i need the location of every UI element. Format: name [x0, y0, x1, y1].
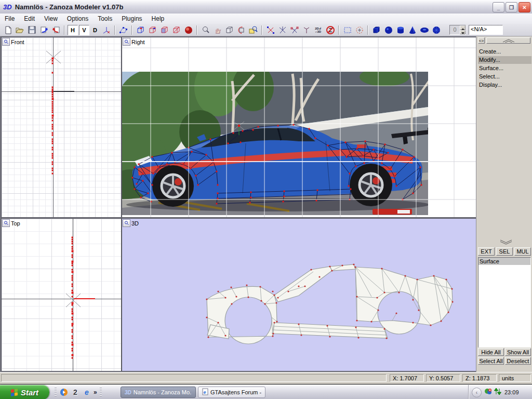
viewport-top-label: Top: [11, 220, 20, 227]
messenger-tray-icon[interactable]: [484, 388, 492, 397]
primitive-cone-icon[interactable]: [406, 24, 418, 35]
task-browser[interactable]: e GTAsajtens Forum ->...: [198, 387, 265, 398]
toggle-vertical[interactable]: V: [79, 25, 89, 35]
viewport-top[interactable]: Top: [1, 218, 122, 371]
toggle-depth[interactable]: D: [90, 25, 100, 35]
tool-mirror-icon[interactable]: [288, 24, 300, 35]
panel-collapse-button[interactable]: [486, 37, 530, 44]
viewport-maximize-icon[interactable]: [2, 38, 10, 46]
hide-tray-icons-button[interactable]: ‹: [472, 388, 482, 397]
spinner-down-button[interactable]: [460, 30, 466, 35]
zmodeler-task-icon: 3D: [125, 390, 131, 395]
zoom-icon[interactable]: [200, 24, 211, 35]
pan-hand-icon[interactable]: [211, 24, 223, 35]
tool-pivot-icon[interactable]: [300, 24, 312, 35]
edge-mode-icon[interactable]: [147, 24, 158, 35]
menu-edit[interactable]: Edit: [19, 14, 39, 23]
right-scene: [122, 37, 476, 217]
reference-photo: [122, 58, 433, 215]
hide-all-button[interactable]: Hide All: [478, 348, 504, 356]
redo-icon[interactable]: [38, 24, 50, 35]
select-circle-icon[interactable]: [353, 24, 365, 35]
menu-options[interactable]: Options: [62, 14, 93, 23]
toolbar: H V D 2D↲⌐3D Z 0 <N/A>: [0, 24, 532, 36]
list-item-surface[interactable]: Surface: [478, 258, 530, 265]
primitive-cylinder-icon[interactable]: [394, 24, 406, 35]
menu-plugins[interactable]: Plugins: [117, 14, 147, 23]
deselect-button[interactable]: Deselect: [505, 357, 531, 365]
start-button[interactable]: Start: [0, 385, 49, 399]
ext-button[interactable]: EXT: [478, 247, 495, 256]
show-all-button[interactable]: Show All: [505, 348, 531, 356]
object-mode-icon[interactable]: [170, 24, 182, 35]
menu-tools[interactable]: Tools: [93, 14, 117, 23]
command-surface[interactable]: Surface...: [478, 64, 531, 72]
chevron-down-icon: [499, 240, 513, 245]
material-sphere-icon[interactable]: [182, 24, 194, 35]
sel-button[interactable]: SEL: [496, 247, 513, 256]
undo-icon[interactable]: [50, 24, 62, 35]
save-icon[interactable]: [26, 24, 38, 35]
view-cube-icon[interactable]: [223, 24, 235, 35]
face-mode-icon[interactable]: [158, 24, 170, 35]
primitive-sphere-icon[interactable]: [382, 24, 394, 35]
command-panel: <> Create... Modify... Surface... Select…: [476, 36, 532, 372]
windows-logo-icon: [11, 389, 18, 396]
viewport-maximize-icon[interactable]: [2, 219, 10, 227]
viewport-right[interactable]: Right: [122, 37, 477, 218]
status-x: X: 1.7007: [390, 374, 424, 382]
browser-page-icon: e: [202, 388, 208, 396]
viewport-front[interactable]: Front: [1, 37, 122, 218]
no-zbuffer-icon[interactable]: Z: [324, 24, 336, 35]
select-all-button[interactable]: Select All: [478, 357, 504, 365]
internet-explorer-icon[interactable]: e: [82, 388, 91, 397]
axes-icon[interactable]: [100, 24, 112, 35]
command-display[interactable]: Display...: [478, 81, 531, 89]
drag-handle[interactable]: [55, 387, 57, 397]
open-file-icon[interactable]: [14, 24, 26, 35]
3d-mesh: [122, 219, 476, 371]
menu-file[interactable]: File: [0, 14, 19, 23]
status-message: [1, 374, 387, 382]
primitive-box-icon[interactable]: [370, 24, 382, 35]
viewport-maximize-icon[interactable]: [123, 219, 130, 227]
edit-vertices-icon[interactable]: [117, 24, 129, 35]
vertex-mode-icon[interactable]: [135, 24, 147, 35]
surface-list[interactable]: Surface: [478, 257, 531, 348]
close-button[interactable]: ✕: [518, 2, 530, 12]
primitive-geosphere-icon[interactable]: [430, 24, 442, 35]
primitive-torus-icon[interactable]: [418, 24, 430, 35]
spinner-up-button[interactable]: [460, 25, 466, 30]
level-spinner[interactable]: 0: [449, 25, 466, 35]
viewport-maximize-icon[interactable]: [123, 38, 130, 46]
menu-help[interactable]: Help: [147, 14, 169, 23]
command-select[interactable]: Select...: [478, 73, 531, 81]
panel-expander-button[interactable]: <>: [478, 37, 485, 44]
command-modify[interactable]: Modify...: [478, 56, 531, 64]
panel-expand-button[interactable]: [484, 239, 528, 245]
new-file-icon[interactable]: [2, 24, 14, 35]
toggle-horizontal[interactable]: H: [68, 25, 78, 35]
numbered-app-icon[interactable]: 2: [71, 388, 80, 397]
mul-button[interactable]: MUL: [514, 247, 531, 256]
media-player-icon[interactable]: [59, 388, 69, 397]
drag-handle[interactable]: [100, 387, 102, 397]
zoom-region-icon[interactable]: [247, 24, 259, 35]
tool-move-vertices-icon[interactable]: [264, 24, 276, 35]
convert-2d3d-icon[interactable]: 2D↲⌐3D: [312, 24, 324, 35]
restore-button[interactable]: ❐: [506, 2, 517, 12]
command-create[interactable]: Create...: [478, 48, 531, 56]
status-bar: X: 1.7007 Y: 0.5057 Z: 1.1873 units: [0, 372, 532, 384]
quick-launch: 2 e »: [53, 387, 103, 398]
status-units: units: [499, 374, 531, 382]
object-combo[interactable]: <N/A>: [469, 25, 503, 35]
rotate-view-icon[interactable]: [235, 24, 247, 35]
task-zmodeler[interactable]: 3D Namnlös - Zanoza Mo...: [121, 387, 196, 398]
quicklaunch-overflow-chevron[interactable]: »: [94, 389, 97, 396]
network-activity-tray-icon[interactable]: [494, 388, 502, 397]
select-rectangle-icon[interactable]: [341, 24, 353, 35]
tool-weld-icon[interactable]: [276, 24, 288, 35]
viewport-3d[interactable]: 3D: [122, 218, 477, 371]
minimize-button[interactable]: _: [493, 2, 504, 12]
menu-view[interactable]: View: [39, 14, 62, 23]
